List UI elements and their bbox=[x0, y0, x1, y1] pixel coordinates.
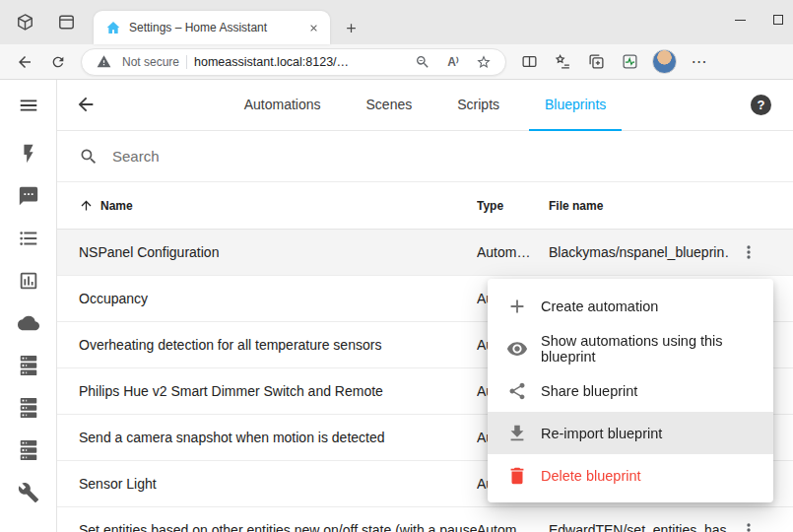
split-screen-icon[interactable] bbox=[514, 48, 544, 76]
favorite-star-icon[interactable] bbox=[472, 50, 496, 74]
essentials-icon[interactable] bbox=[615, 48, 644, 76]
column-type[interactable]: Type bbox=[477, 199, 549, 213]
energy-icon[interactable] bbox=[17, 142, 40, 166]
collections-icon[interactable] bbox=[581, 48, 611, 76]
share-icon bbox=[505, 379, 529, 403]
browser-titlebar: Settings – Home Assistant bbox=[0, 0, 793, 44]
browser-navbar: Not secure homeassistant.local:8123/… A⁾… bbox=[0, 44, 793, 80]
search-row bbox=[57, 131, 793, 182]
tab-close-icon[interactable] bbox=[304, 19, 322, 36]
history-icon[interactable] bbox=[17, 269, 40, 293]
plus-icon bbox=[505, 295, 529, 318]
column-file[interactable]: File name bbox=[549, 199, 729, 213]
tab-automations[interactable]: Automations bbox=[229, 80, 337, 131]
search-icon bbox=[79, 147, 99, 166]
refresh-icon[interactable] bbox=[43, 48, 73, 76]
back-icon[interactable] bbox=[10, 48, 39, 76]
blueprint-context-menu: Create automation Show automations using… bbox=[488, 279, 773, 502]
profile-avatar[interactable] bbox=[652, 49, 677, 74]
url-text[interactable]: homeassistant.local:8123/… bbox=[194, 55, 404, 69]
favorites-hub-icon[interactable] bbox=[548, 48, 577, 76]
tab-blueprints[interactable]: Blueprints bbox=[529, 80, 622, 131]
minimize-button[interactable] bbox=[735, 20, 746, 21]
tab-preview-icon[interactable] bbox=[55, 12, 77, 33]
ha-topbar: Automations Scenes Scripts Blueprints ? bbox=[57, 80, 793, 131]
search-input[interactable] bbox=[112, 148, 526, 165]
home-assistant-favicon bbox=[105, 20, 121, 35]
address-bar[interactable]: Not secure homeassistant.local:8123/… A⁾ bbox=[81, 48, 506, 76]
logbook-icon[interactable] bbox=[17, 227, 40, 250]
server-icon[interactable] bbox=[17, 354, 40, 377]
read-aloud-icon[interactable]: A⁾ bbox=[441, 50, 465, 74]
menu-item-show-automations[interactable]: Show automations using this blueprint bbox=[488, 327, 773, 369]
more-icon[interactable]: ⋯ bbox=[685, 48, 714, 76]
table-row[interactable]: Set entities based on other entities new… bbox=[57, 507, 793, 532]
table-row[interactable]: NSPanel Configuration Autom… Blackymas/n… bbox=[57, 230, 793, 276]
eye-icon bbox=[505, 337, 529, 361]
maximize-button[interactable] bbox=[773, 15, 783, 25]
row-overflow-menu-icon[interactable] bbox=[739, 520, 759, 532]
tab-scripts[interactable]: Scripts bbox=[441, 80, 515, 131]
assist-icon[interactable] bbox=[17, 184, 40, 208]
server-icon[interactable] bbox=[17, 396, 40, 420]
menu-icon[interactable] bbox=[17, 94, 40, 117]
tab-title: Settings – Home Assistant bbox=[129, 21, 297, 34]
cloud-icon[interactable] bbox=[17, 311, 40, 335]
tools-icon[interactable] bbox=[17, 481, 40, 504]
download-icon bbox=[505, 422, 529, 445]
new-tab-button[interactable] bbox=[338, 15, 363, 40]
row-overflow-menu-icon[interactable] bbox=[739, 242, 759, 262]
workspaces-icon[interactable] bbox=[14, 12, 35, 33]
security-label[interactable]: Not secure bbox=[122, 55, 179, 69]
menu-item-share-blueprint[interactable]: Share blueprint bbox=[488, 369, 773, 412]
server-icon[interactable] bbox=[17, 438, 40, 462]
sort-up-icon bbox=[79, 198, 94, 213]
menu-item-delete-blueprint[interactable]: Delete blueprint bbox=[488, 454, 773, 497]
column-name[interactable]: Name bbox=[79, 198, 477, 213]
menu-item-create-automation[interactable]: Create automation bbox=[488, 285, 773, 327]
address-divider bbox=[186, 55, 187, 69]
tab-scenes[interactable]: Scenes bbox=[351, 80, 429, 131]
trash-icon bbox=[505, 464, 529, 488]
ha-sidebar bbox=[0, 80, 57, 532]
help-icon[interactable]: ? bbox=[751, 95, 771, 115]
zoom-out-icon[interactable] bbox=[411, 50, 434, 74]
browser-tab[interactable]: Settings – Home Assistant bbox=[94, 11, 330, 44]
table-header: Name Type File name bbox=[57, 182, 793, 230]
window-controls bbox=[735, 0, 783, 39]
menu-item-reimport-blueprint[interactable]: Re-import blueprint bbox=[488, 412, 773, 454]
ha-back-icon[interactable] bbox=[75, 94, 97, 115]
not-secure-warning-icon bbox=[92, 50, 115, 74]
